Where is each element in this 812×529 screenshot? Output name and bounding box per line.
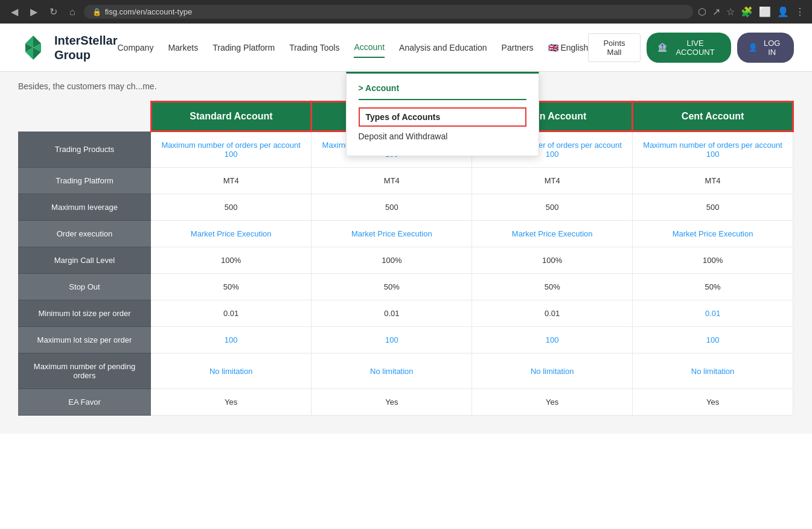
row-0-col-3: Maximum number of orders per account 100	[633, 131, 793, 168]
table-empty-header	[18, 102, 151, 131]
account-dropdown: > Account Types of Accounts Deposit and …	[346, 72, 539, 156]
row-5-col-2: 50%	[472, 274, 633, 300]
row-7-col-1: 100	[312, 327, 472, 353]
row-4-col-1: 100%	[312, 247, 472, 274]
header: InterStellar Group Company Markets Tradi…	[0, 24, 812, 72]
row-1-col-2: MT4	[472, 168, 633, 194]
home-button[interactable]: ⌂	[66, 5, 79, 19]
row-3-col-0: Market Price Execution	[151, 221, 312, 247]
page: InterStellar Group Company Markets Tradi…	[0, 24, 812, 529]
row-6-col-1: 0.01	[312, 300, 472, 327]
nav-company[interactable]: Company	[117, 38, 153, 57]
row-2-col-3: 500	[633, 194, 793, 221]
row-label-0: Trading Products	[18, 131, 151, 168]
nav-markets[interactable]: Markets	[168, 38, 198, 57]
points-mall-button[interactable]: Points Mall	[588, 33, 640, 62]
live-account-button[interactable]: 🏦 LIVE ACCOUNT	[647, 33, 731, 63]
row-label-3: Order execution	[18, 221, 151, 247]
row-1-col-1: MT4	[312, 168, 472, 194]
row-label-4: Margin Call Level	[18, 247, 151, 274]
th-cent-account[interactable]: Cent Account	[633, 102, 793, 131]
browser-chrome: ◀ ▶ ↻ ⌂ 🔒 fisg.com/en/account-type ⬡ ↗ ☆…	[0, 0, 812, 24]
logo[interactable]: InterStellar Group	[18, 33, 117, 63]
row-8-col-1: No limitation	[312, 353, 472, 389]
row-7-col-3: 100	[633, 327, 793, 353]
row-label-6: Minimum lot size per order	[18, 300, 151, 327]
user-icon: 👤	[748, 43, 758, 52]
row-9-col-0: Yes	[151, 389, 312, 416]
row-2-col-1: 500	[312, 194, 472, 221]
browser-action-icons: ⬡ ↗ ☆ 🧩 ⬜ 👤 ⋮	[698, 6, 805, 17]
extension-icon[interactable]: 🧩	[741, 6, 753, 17]
split-view-icon[interactable]: ⬜	[759, 6, 771, 17]
address-bar[interactable]: 🔒 fisg.com/en/account-type	[84, 5, 693, 19]
nav-trading-platform[interactable]: Trading Platform	[213, 38, 275, 57]
row-label-7: Maximum lot size per order	[18, 327, 151, 353]
row-9-col-1: Yes	[312, 389, 472, 416]
row-8-col-3: No limitation	[633, 353, 793, 389]
menu-icon[interactable]: ⋮	[795, 6, 805, 17]
url-text: fisg.com/en/account-type	[105, 7, 193, 16]
row-6-col-0: 0.01	[151, 300, 312, 327]
row-3-col-2: Market Price Execution	[472, 221, 633, 247]
row-label-1: Trading Platform	[18, 168, 151, 194]
row-label-8: Maximum number of pending orders	[18, 353, 151, 389]
row-7-col-2: 100	[472, 327, 633, 353]
back-button[interactable]: ◀	[7, 5, 22, 19]
row-8-col-0: No limitation	[151, 353, 312, 389]
lock-icon: 🔒	[92, 8, 101, 16]
row-6-col-2: 0.01	[472, 300, 633, 327]
row-1-col-0: MT4	[151, 168, 312, 194]
row-label-2: Maximum leverage	[18, 194, 151, 221]
row-8-col-2: No limitation	[472, 353, 633, 389]
row-label-5: Stop Out	[18, 274, 151, 300]
live-icon: 🏦	[657, 43, 667, 52]
row-4-col-0: 100%	[151, 247, 312, 274]
row-4-col-2: 100%	[472, 247, 633, 274]
row-3-col-3: Market Price Execution	[633, 221, 793, 247]
forward-button[interactable]: ▶	[27, 5, 41, 19]
dropdown-types-of-accounts[interactable]: Types of Accounts	[359, 107, 526, 127]
dropdown-deposit-withdrawal[interactable]: Deposit and Withdrawal	[359, 127, 526, 146]
flag-icon: 🇬🇧	[548, 43, 558, 52]
row-5-col-3: 50%	[633, 274, 793, 300]
nav-account[interactable]: Account	[354, 37, 385, 58]
share-icon[interactable]: ↗	[712, 6, 720, 17]
row-0-col-0: Maximum number of orders per account 100	[151, 131, 312, 168]
header-actions: Points Mall 🏦 LIVE ACCOUNT 👤 LOG IN	[588, 33, 794, 63]
th-standard-account[interactable]: Standard Account	[151, 102, 312, 131]
nav-language[interactable]: 🇬🇧 English	[548, 38, 589, 57]
row-3-col-1: Market Price Execution	[312, 221, 472, 247]
row-5-col-1: 50%	[312, 274, 472, 300]
login-button[interactable]: 👤 LOG IN	[737, 33, 794, 63]
dropdown-header: > Account	[359, 83, 526, 100]
row-label-9: EA Favor	[18, 389, 151, 416]
page-wrapper: InterStellar Group Company Markets Tradi…	[0, 24, 812, 529]
row-1-col-3: MT4	[633, 168, 793, 194]
main-nav: Company Markets Trading Platform Trading…	[117, 37, 588, 58]
logo-icon	[18, 33, 48, 63]
cast-icon[interactable]: ⬡	[698, 6, 706, 17]
row-2-col-0: 500	[151, 194, 312, 221]
nav-partners[interactable]: Partners	[502, 38, 534, 57]
row-6-col-3: 0.01	[633, 300, 793, 327]
bookmark-icon[interactable]: ☆	[726, 6, 735, 17]
row-9-col-3: Yes	[633, 389, 793, 416]
logo-text: InterStellar Group	[54, 33, 117, 62]
reload-button[interactable]: ↻	[46, 5, 61, 19]
row-5-col-0: 50%	[151, 274, 312, 300]
profile-icon[interactable]: 👤	[777, 6, 789, 17]
row-4-col-3: 100%	[633, 247, 793, 274]
nav-trading-tools[interactable]: Trading Tools	[289, 38, 339, 57]
nav-analysis[interactable]: Analysis and Education	[399, 38, 487, 57]
row-7-col-0: 100	[151, 327, 312, 353]
row-2-col-2: 500	[472, 194, 633, 221]
row-9-col-2: Yes	[472, 389, 633, 416]
